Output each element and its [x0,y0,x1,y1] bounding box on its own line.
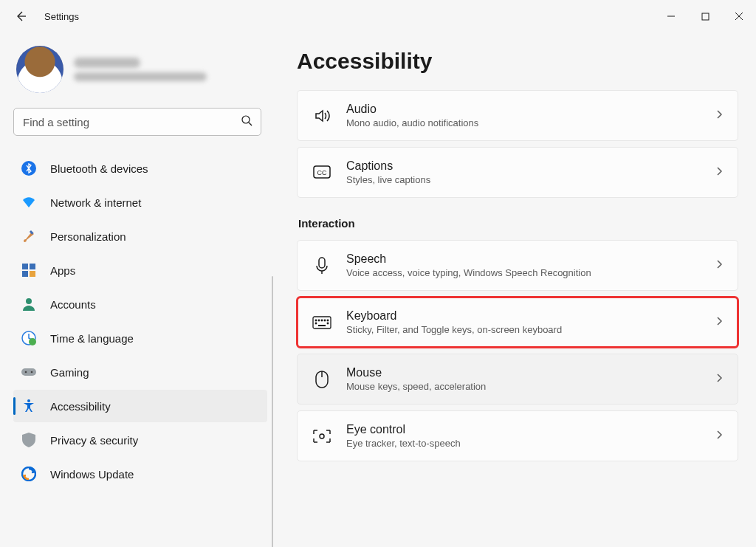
sidebar-item-label: Windows Update [50,468,134,481]
eye-icon [312,427,331,446]
card-subtitle: Eye tracker, text-to-speech [346,438,461,449]
paintbrush-icon [21,228,37,244]
card-subtitle: Mouse keys, speed, acceleration [346,381,486,392]
main-content: Accessibility Audio Mono audio, audio no… [273,32,756,547]
card-title: Mouse [346,366,486,379]
svg-point-1 [242,116,250,123]
user-info [74,58,207,81]
page-title: Accessibility [297,49,738,74]
card-eye-control[interactable]: Eye control Eye tracker, text-to-speech [297,410,738,461]
card-speech[interactable]: Speech Voice access, voice typing, Windo… [297,240,738,291]
svg-point-13 [31,371,33,374]
sidebar-item-label: Network & internet [50,196,141,209]
chevron-right-icon [714,316,724,329]
chevron-right-icon [714,259,724,272]
window-title: Settings [44,11,79,22]
sidebar-item-accessibility[interactable]: Accessibility [13,390,267,422]
sidebar: Bluetooth & devices Network & internet P… [0,32,273,547]
svg-point-12 [25,371,27,374]
wifi-icon [21,194,37,210]
svg-rect-5 [30,264,35,269]
user-name-blurred [74,58,140,68]
card-subtitle: Mono audio, audio notifications [346,117,478,128]
titlebar: Settings [0,0,756,32]
sidebar-item-label: Time & language [50,332,134,345]
card-title: Audio [346,103,478,116]
card-audio[interactable]: Audio Mono audio, audio notifications [297,90,738,141]
card-keyboard[interactable]: Keyboard Sticky, Filter, and Toggle keys… [297,297,738,348]
svg-point-14 [27,399,30,402]
captions-icon: CC [312,163,331,182]
sidebar-item-privacy[interactable]: Privacy & security [13,424,267,456]
search-input[interactable] [13,108,261,136]
bluetooth-icon [21,160,37,176]
accessibility-icon [21,398,37,414]
sidebar-item-apps[interactable]: Apps [13,254,267,286]
card-mouse[interactable]: Mouse Mouse keys, speed, acceleration [297,354,738,405]
sidebar-item-accounts[interactable]: Accounts [13,288,267,320]
svg-rect-18 [319,258,325,268]
svg-rect-27 [318,325,326,326]
avatar [16,46,63,93]
close-button[interactable] [722,4,756,28]
svg-rect-6 [22,271,28,277]
mouse-icon [312,370,331,389]
window-controls [654,4,756,28]
chevron-right-icon [714,166,724,179]
minimize-icon [667,12,676,21]
minimize-button[interactable] [654,4,688,28]
sidebar-item-label: Accessibility [50,400,111,413]
svg-point-25 [315,323,317,324]
sidebar-item-time-language[interactable]: Time & language [13,322,267,354]
person-icon [21,296,37,312]
sidebar-item-label: Gaming [50,366,89,379]
svg-point-30 [320,434,324,438]
shield-icon [21,432,37,448]
back-button[interactable] [10,6,31,27]
card-title: Captions [346,159,430,173]
chevron-right-icon [714,109,724,123]
card-title: Speech [346,252,591,266]
sidebar-item-label: Apps [50,264,75,277]
svg-rect-4 [22,264,28,269]
sidebar-item-gaming[interactable]: Gaming [13,356,267,388]
microphone-icon [312,256,331,275]
card-subtitle: Voice access, voice typing, Windows Spee… [346,267,591,278]
card-subtitle: Sticky, Filter, and Toggle keys, on-scre… [346,324,562,335]
sidebar-item-label: Bluetooth & devices [50,162,148,175]
svg-point-10 [29,338,36,345]
sidebar-item-windows-update[interactable]: Windows Update [13,458,267,490]
update-icon [21,466,37,482]
svg-point-24 [327,320,329,321]
section-header-interaction: Interaction [298,217,738,230]
svg-rect-11 [21,368,36,376]
svg-point-8 [26,298,32,304]
search-icon [241,114,252,129]
sidebar-item-personalization[interactable]: Personalization [13,220,267,252]
arrow-left-icon [15,10,27,22]
sidebar-item-label: Privacy & security [50,434,138,447]
close-icon [735,12,743,21]
keyboard-icon [312,313,331,332]
chevron-right-icon [714,373,724,386]
gamepad-icon [21,364,37,380]
sidebar-item-label: Accounts [50,298,96,311]
apps-icon [21,262,37,278]
svg-point-26 [327,323,329,324]
svg-point-23 [324,320,326,321]
card-subtitle: Styles, live captions [346,174,430,185]
maximize-button[interactable] [688,4,722,28]
sidebar-item-bluetooth[interactable]: Bluetooth & devices [13,152,267,185]
svg-point-22 [321,320,323,321]
clock-globe-icon [21,330,37,346]
sidebar-item-label: Personalization [50,230,126,243]
audio-icon [312,106,331,125]
chevron-right-icon [714,430,724,443]
sidebar-item-network[interactable]: Network & internet [13,186,267,219]
card-captions[interactable]: CC Captions Styles, live captions [297,147,738,198]
user-profile[interactable] [13,46,267,93]
svg-rect-0 [702,13,709,20]
svg-point-21 [318,320,320,321]
card-title: Eye control [346,423,461,436]
card-title: Keyboard [346,309,562,323]
